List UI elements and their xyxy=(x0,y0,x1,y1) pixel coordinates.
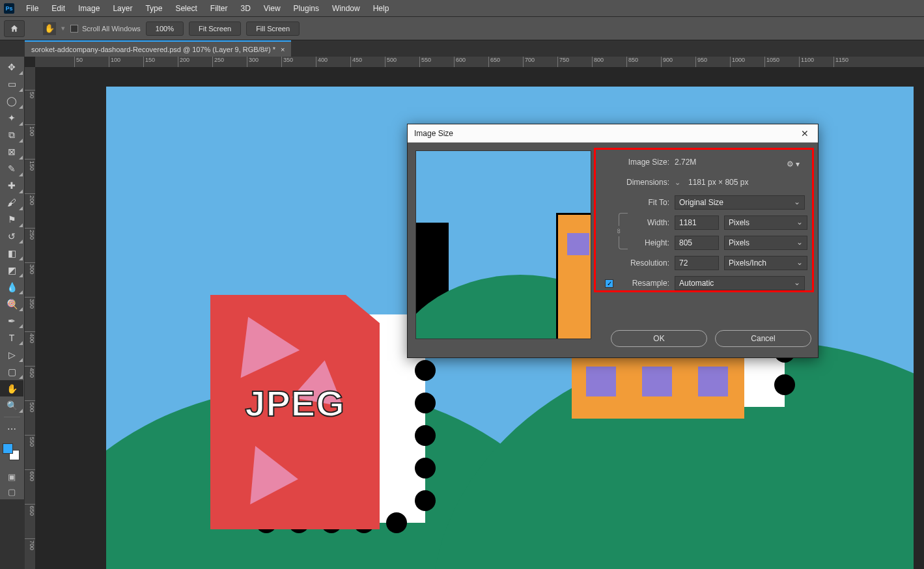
menu-filter[interactable]: Filter xyxy=(205,1,233,16)
lasso-tool[interactable]: ◯ xyxy=(0,93,23,109)
menu-image[interactable]: Image xyxy=(73,1,105,16)
frame-tool[interactable]: ⊠ xyxy=(0,144,23,160)
fit-screen-button[interactable]: Fit Screen xyxy=(189,21,241,36)
dimensions-value: 1181 px × 805 px xyxy=(688,178,748,187)
menu-3d[interactable]: 3D xyxy=(235,1,255,16)
width-input[interactable] xyxy=(675,215,719,230)
fit-to-label: Fit To: xyxy=(599,198,669,207)
menu-help[interactable]: Help xyxy=(368,1,395,16)
menu-window[interactable]: Window xyxy=(327,1,365,16)
ruler-horizontal: 5010015020025030035040045050055060065070… xyxy=(35,57,924,67)
link-icon[interactable]: 𝟾 xyxy=(615,226,622,236)
scroll-all-label: Scroll All Windows xyxy=(82,25,141,33)
type-tool[interactable]: T xyxy=(0,329,23,346)
image-size-dialog: Image Size ✕ ⚙ ▾ Image Size: 2.72M Dimen… xyxy=(407,124,819,358)
menu-layer[interactable]: Layer xyxy=(107,1,137,16)
scroll-all-checkbox[interactable]: Scroll All Windows xyxy=(70,25,141,33)
document-tab[interactable]: soroket-addcompany-dashoard-Recovered.ps… xyxy=(25,40,291,57)
pen-tool[interactable]: ✒ xyxy=(0,312,23,329)
height-unit-select[interactable]: Pixels xyxy=(724,236,807,250)
dodge-tool[interactable]: 🍭 xyxy=(0,296,23,312)
resolution-input[interactable] xyxy=(675,256,719,270)
fill-screen-button[interactable]: Fill Screen xyxy=(246,21,300,36)
home-button[interactable] xyxy=(4,20,25,37)
rectangle-tool[interactable]: ▢ xyxy=(0,363,23,380)
zoom-level-button[interactable]: 100% xyxy=(146,21,184,36)
resolution-unit-select[interactable]: Pixels/Inch xyxy=(724,256,807,270)
jpeg-label: JPEG xyxy=(245,382,344,424)
document-tabstrip: soroket-addcompany-dashoard-Recovered.ps… xyxy=(0,40,924,57)
ruler-vertical: 5010015020025030035040045050055060065070… xyxy=(25,67,35,569)
ps-logo: Ps xyxy=(4,3,14,14)
close-button[interactable]: ✕ xyxy=(798,128,811,139)
image-size-label: Image Size: xyxy=(599,158,669,167)
path-select-tool[interactable]: ▷ xyxy=(0,346,23,363)
triangle-icon xyxy=(250,446,301,508)
menu-file[interactable]: File xyxy=(21,1,44,16)
image-size-value: 2.72M xyxy=(675,158,696,167)
cancel-button[interactable]: Cancel xyxy=(715,330,811,347)
marquee-tool[interactable]: ▭ xyxy=(0,76,23,92)
document-tab-title: soroket-addcompany-dashoard-Recovered.ps… xyxy=(31,46,275,53)
menu-edit[interactable]: Edit xyxy=(46,1,70,16)
screen-mode-button[interactable]: ▢ xyxy=(0,485,23,499)
resample-label: Resample: xyxy=(619,279,669,288)
triangle-icon xyxy=(219,303,300,378)
quick-select-tool[interactable]: ✦ xyxy=(0,110,23,126)
menu-select[interactable]: Select xyxy=(170,1,202,16)
height-input[interactable] xyxy=(675,236,719,250)
brush-tool[interactable]: 🖌 xyxy=(0,195,23,211)
chevron-down-icon[interactable]: ⌄ xyxy=(675,178,680,187)
stamp-tool[interactable]: ⚑ xyxy=(0,212,23,228)
resolution-label: Resolution: xyxy=(599,258,669,268)
card-jpeg: JPEG xyxy=(210,295,380,529)
eraser-tool[interactable]: ◧ xyxy=(0,245,23,261)
hand-tool-icon: ✋ xyxy=(43,22,56,35)
controls-panel: ⚙ ▾ Image Size: 2.72M Dimensions: ⌄ 1181… xyxy=(599,150,810,350)
menubar: Ps File Edit Image Layer Type Select Fil… xyxy=(0,0,924,16)
checkbox-icon xyxy=(70,25,78,33)
options-bar: ✋ ▾ Scroll All Windows 100% Fit Screen F… xyxy=(0,16,924,40)
dimensions-label: Dimensions: xyxy=(599,178,669,187)
quickmask-button[interactable]: ▣ xyxy=(0,470,23,484)
menu-type[interactable]: Type xyxy=(140,1,167,16)
history-brush-tool[interactable]: ↺ xyxy=(0,229,23,245)
ok-button[interactable]: OK xyxy=(611,330,707,347)
color-swatches[interactable] xyxy=(0,438,25,469)
move-tool[interactable]: ✥ xyxy=(0,59,23,76)
dialog-titlebar[interactable]: Image Size ✕ xyxy=(408,124,818,143)
foreground-color[interactable] xyxy=(3,443,13,454)
home-icon xyxy=(10,24,19,33)
more-tools[interactable]: ⋯ xyxy=(0,421,23,437)
menu-view[interactable]: View xyxy=(259,1,286,16)
toolbox: ✥ ▭ ◯ ✦ ⧉ ⊠ ✎ ✚ 🖌 ⚑ ↺ ◧ ◩ 💧 🍭 ✒ T ▷ ▢ ✋ … xyxy=(0,57,25,499)
hand-tool[interactable]: ✋ xyxy=(0,380,23,396)
resample-select[interactable]: Automatic xyxy=(675,276,805,290)
dialog-title: Image Size xyxy=(414,129,453,138)
gradient-tool[interactable]: ◩ xyxy=(0,262,23,278)
preview-thumbnail xyxy=(415,150,591,339)
healing-tool[interactable]: ✚ xyxy=(0,178,23,194)
width-unit-select[interactable]: Pixels xyxy=(724,215,807,230)
close-tab-icon[interactable]: × xyxy=(281,46,285,53)
blur-tool[interactable]: 💧 xyxy=(0,279,23,295)
zoom-tool[interactable]: 🔍 xyxy=(0,397,23,413)
gear-icon[interactable]: ⚙ ▾ xyxy=(787,160,800,169)
crop-tool[interactable]: ⧉ xyxy=(0,127,23,143)
eyedropper-tool[interactable]: ✎ xyxy=(0,161,23,177)
resample-checkbox[interactable]: ✓ xyxy=(605,279,613,288)
menu-plugins[interactable]: Plugins xyxy=(288,1,324,16)
fit-to-select[interactable]: Original Size xyxy=(675,195,805,210)
